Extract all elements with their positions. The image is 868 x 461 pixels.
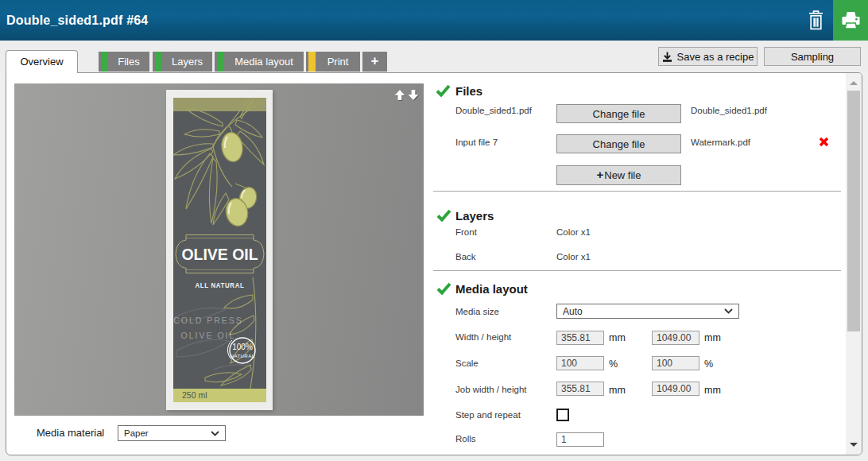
files-complete-check-icon	[436, 84, 451, 97]
sampling-button[interactable]: Sampling	[764, 47, 861, 66]
label-artwork: OLIVE OIL ALL NATURAL COLD PRESS OLIVE O…	[173, 98, 266, 402]
step-repeat-checkbox[interactable]	[556, 409, 569, 421]
tab-layers[interactable]: Layers	[153, 52, 212, 72]
scale-x-input[interactable]: 100	[556, 356, 604, 370]
move-down-icon[interactable]	[408, 89, 419, 101]
title-bar: Double_sided1.pdf #64	[0, 0, 868, 41]
width-input[interactable]: 355.81	[556, 331, 604, 345]
scrollbar-thumb[interactable]	[847, 91, 860, 331]
chevron-down-icon	[211, 431, 219, 436]
panel-scrollbar[interactable]	[846, 73, 862, 455]
chevron-down-icon	[724, 308, 733, 314]
scale-y-unit: %	[704, 358, 713, 370]
printer-icon	[841, 10, 861, 31]
save-as-recipe-button[interactable]: Save as a recipe	[658, 47, 758, 66]
files-section-title: Files	[455, 84, 482, 98]
layer-row-label: Front	[455, 227, 477, 237]
layers-section-title: Layers	[455, 209, 494, 223]
scale-label: Scale	[455, 358, 479, 368]
job-width-input[interactable]: 355.81	[556, 382, 604, 396]
media-material-label: Media material	[37, 427, 104, 439]
remove-file-icon[interactable]	[818, 136, 830, 148]
scroll-up-icon[interactable]	[850, 81, 858, 85]
change-file-button-1[interactable]: Change file	[556, 104, 681, 123]
artwork-volume: 250 ml	[182, 390, 207, 400]
move-up-icon[interactable]	[394, 89, 405, 101]
scroll-down-icon[interactable]	[850, 443, 858, 447]
artwork-line2: OLIVE OIL	[181, 331, 236, 340]
print-button[interactable]	[833, 0, 868, 41]
layer-row-value: Color x1	[556, 227, 591, 237]
artwork-badge-bottom: NATURAL	[230, 353, 254, 358]
media-size-select[interactable]: Auto	[556, 304, 739, 319]
delete-job-button[interactable]	[803, 6, 828, 34]
job-preview[interactable]: OLIVE OIL ALL NATURAL COLD PRESS OLIVE O…	[14, 83, 424, 416]
job-height-input[interactable]: 1049.00	[652, 382, 699, 396]
section-divider	[433, 191, 841, 192]
artwork-subtitle: ALL NATURAL	[196, 281, 245, 289]
job-width-unit: mm	[609, 385, 626, 396]
layer-row-label: Back	[455, 252, 476, 261]
tab-files[interactable]: Files	[99, 52, 149, 72]
preview-media: OLIVE OIL ALL NATURAL COLD PRESS OLIVE O…	[166, 90, 273, 410]
trash-icon	[808, 10, 824, 30]
artwork-title: OLIVE OIL	[182, 246, 258, 263]
file-row-value: Watermark.pdf	[691, 138, 750, 147]
tab-layers-status-stripe	[155, 52, 163, 72]
step-repeat-label: Step and repeat	[455, 410, 521, 420]
rolls-input[interactable]: 1	[556, 432, 604, 447]
artwork-line1: COLD PRESS	[173, 316, 243, 325]
tab-print-status-stripe	[308, 52, 316, 72]
height-input[interactable]: 1049.00	[652, 331, 699, 345]
scale-x-unit: %	[609, 358, 618, 370]
job-width-height-label: Job width / height	[455, 385, 527, 394]
tab-media-layout-status-stripe	[217, 52, 225, 72]
scale-y-input[interactable]: 100	[652, 356, 699, 370]
width-height-label: Width / height	[455, 332, 511, 342]
change-file-button-2[interactable]: Change file	[556, 134, 681, 153]
tab-strip: Overview Files Layers Media layout Print…	[0, 41, 868, 72]
tab-overview[interactable]: Overview	[6, 50, 78, 73]
height-unit: mm	[704, 332, 721, 343]
add-tab-button[interactable]: +	[362, 52, 387, 72]
save-download-icon	[662, 52, 672, 62]
tab-files-status-stripe	[101, 52, 109, 72]
job-title: Double_sided1.pdf #64	[6, 0, 148, 41]
layer-row-value: Color x1	[556, 252, 591, 261]
section-divider	[433, 270, 841, 271]
rolls-label: Rolls	[455, 434, 476, 444]
file-row-label: Input file 7	[455, 138, 498, 147]
layers-complete-check-icon	[436, 209, 451, 222]
media-layout-section-title: Media layout	[455, 282, 528, 296]
media-material-select[interactable]: Paper	[118, 425, 226, 441]
tab-print[interactable]: Print	[306, 52, 360, 72]
tab-media-layout[interactable]: Media layout	[215, 52, 304, 72]
media-layout-complete-check-icon	[436, 282, 451, 295]
job-height-unit: mm	[704, 385, 721, 396]
file-row-value: Double_sided1.pdf	[691, 106, 767, 115]
media-size-label: Media size	[455, 307, 499, 316]
width-unit: mm	[609, 332, 626, 343]
file-row-label: Double_sided1.pdf	[455, 106, 532, 115]
new-file-button[interactable]: +New file	[556, 165, 681, 185]
artwork-badge-top: 100%	[232, 343, 253, 351]
